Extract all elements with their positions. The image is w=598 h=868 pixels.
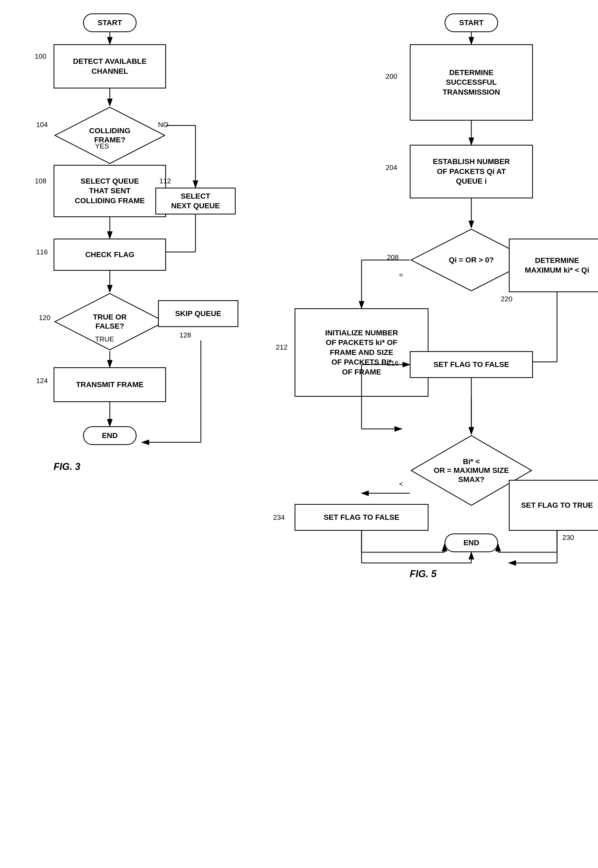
fig3-colliding-ref: 104 xyxy=(36,121,48,129)
fig3-detect-ref: 100 xyxy=(35,52,46,61)
fig5-qi-ref: 208 xyxy=(387,253,399,262)
fig5-set-true-ref: 230 xyxy=(562,534,574,542)
fig5-caption: FIG. 5 xyxy=(410,568,437,580)
fig3-start-node: START xyxy=(83,13,137,32)
fig3-transmit-label: TRANSMIT FRAME xyxy=(75,379,145,391)
fig3-select-next-ref: 112 xyxy=(159,177,171,185)
fig3-detect-label: DETECT AVAILABLECHANNEL xyxy=(72,55,148,78)
fig3-select-next-label: SELECTNEXT QUEUE xyxy=(170,190,221,212)
fig3-colliding-node: COLLIDINGFRAME? xyxy=(54,106,166,165)
fig5-set-true-node: SET FLAG TO TRUE xyxy=(509,480,598,531)
fig3-transmit-node: TRANSMIT FRAME xyxy=(54,367,166,402)
fig5-bi-lt: < xyxy=(399,480,403,488)
fig3-caption: FIG. 3 xyxy=(54,461,80,472)
fig3-check-flag-node: CHECK FLAG xyxy=(54,238,166,271)
fig5-establish-ref: 204 xyxy=(386,163,397,172)
fig5-set-true-label: SET FLAG TO TRUE xyxy=(520,499,595,511)
fig5-qi-label: Qi = OR > 0? xyxy=(449,255,494,265)
fig5-initialize-node: INITIALIZE NUMBEROF PACKETS ki* OFFRAME … xyxy=(295,308,429,397)
fig5-establish-node: ESTABLISH NUMBEROF PACKETS Qi ATQUEUE i xyxy=(410,145,533,198)
fig3-true-label: TRUE xyxy=(95,335,114,343)
fig3-true-false-label: TRUE ORFALSE? xyxy=(93,313,127,331)
fig5-set-false2-node: SET FLAG TO FALSE xyxy=(295,504,429,531)
fig5-determine-ref: 200 xyxy=(386,72,397,81)
fig3-end-label: END xyxy=(100,429,119,442)
diagram-container: START DETECT AVAILABLECHANNEL 100 COLLID… xyxy=(0,0,598,868)
fig3-skip-node: SKIP QUEUE xyxy=(158,300,238,327)
fig3-select-queue-node: SELECT QUEUETHAT SENTCOLLIDING FRAME xyxy=(54,165,166,217)
fig5-qi-eq: = xyxy=(399,271,403,279)
fig3-detect-node: DETECT AVAILABLECHANNEL xyxy=(54,44,166,88)
fig3-start-label: START xyxy=(96,16,123,29)
fig5-establish-label: ESTABLISH NUMBEROF PACKETS Qi ATQUEUE i xyxy=(431,156,511,187)
fig3-end-node: END xyxy=(83,426,137,445)
fig3-transmit-ref: 124 xyxy=(36,377,48,385)
fig5-initialize-label: INITIALIZE NUMBEROF PACKETS ki* OFFRAME … xyxy=(324,327,399,378)
fig5-set-false2-label: SET FLAG TO FALSE xyxy=(323,511,401,523)
fig5-det-max-label: DETERMINEMAXIMUM ki* < Qi xyxy=(523,254,591,277)
fig3-skip-label: SKIP QUEUE xyxy=(174,307,223,320)
fig3-select-queue-ref: 108 xyxy=(35,177,46,185)
fig3-select-next-node: SELECTNEXT QUEUE xyxy=(155,187,236,214)
fig5-initialize-ref: 212 xyxy=(276,343,287,351)
fig5-set-false1-label: SET FLAG TO FALSE xyxy=(432,358,511,371)
fig3-colliding-no: NO xyxy=(158,121,169,129)
fig3-select-queue-label: SELECT QUEUETHAT SENTCOLLIDING FRAME xyxy=(73,175,146,207)
fig5-determine-node: DETERMINESUCCESSFULTRANSMISSION xyxy=(410,44,533,121)
fig5-end-node: END xyxy=(444,534,498,552)
fig5-bi-label: Bi* <OR = MAXIMUM SIZESMAX? xyxy=(434,457,509,484)
fig3-true-false-ref: 120 xyxy=(39,313,50,322)
fig5-det-max-ref: 220 xyxy=(501,295,512,303)
fig5-end-label: END xyxy=(462,537,480,549)
fig3-skip-ref: 128 xyxy=(179,331,191,339)
fig5-det-max-node: DETERMINEMAXIMUM ki* < Qi xyxy=(509,238,598,292)
fig3-colliding-label: COLLIDINGFRAME? xyxy=(89,126,130,144)
fig5-set-false1-ref: 216 xyxy=(387,359,399,367)
fig5-set-false1-node: SET FLAG TO FALSE xyxy=(410,351,533,378)
fig5-start-label: START xyxy=(457,16,485,29)
fig5-start-node: START xyxy=(444,13,498,32)
fig3-check-flag-label: CHECK FLAG xyxy=(84,249,136,261)
fig5-determine-label: DETERMINESUCCESSFULTRANSMISSION xyxy=(441,66,502,98)
fig3-check-flag-ref: 116 xyxy=(36,248,48,256)
fig5-set-false2-ref: 234 xyxy=(273,513,285,522)
